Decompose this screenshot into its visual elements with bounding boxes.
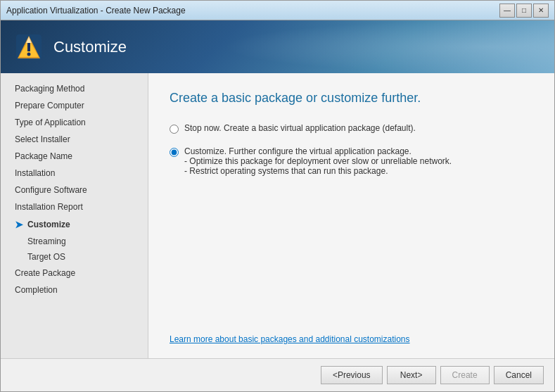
minimize-button[interactable]: — <box>499 4 515 18</box>
radio-option-stop: Stop now. Create a basic virtual applica… <box>170 123 533 134</box>
maximize-button[interactable]: □ <box>516 4 532 18</box>
previous-button[interactable]: <Previous <box>321 366 383 384</box>
stop-now-label[interactable]: Stop now. Create a basic virtual applica… <box>184 123 416 133</box>
window-controls: — □ ✕ <box>499 4 549 18</box>
customize-label[interactable]: Customize. Further configure the virtual… <box>184 146 412 156</box>
customize-subtext: - Optimize this package for deployment o… <box>184 156 452 176</box>
sidebar-item-create-package[interactable]: Create Package <box>1 265 148 282</box>
sidebar-item-prepare-computer[interactable]: Prepare Computer <box>1 97 148 114</box>
sidebar-item-label: Select Installer <box>15 134 70 144</box>
radio-group: Stop now. Create a basic virtual applica… <box>170 123 533 176</box>
header-banner: Customize <box>1 20 554 73</box>
main-window: Application Virtualization - Create New … <box>0 0 555 392</box>
sidebar-item-package-name[interactable]: Package Name <box>1 148 148 165</box>
sidebar-item-completion[interactable]: Completion <box>1 282 148 298</box>
arrow-icon: ➤ <box>15 219 23 230</box>
sidebar-item-label: Installation <box>15 168 55 178</box>
sidebar-item-label: Packaging Method <box>15 84 84 94</box>
footer: <Previous Next> Create Cancel <box>1 358 554 391</box>
sidebar-item-packaging-method[interactable]: Packaging Method <box>1 80 148 97</box>
content-area: Create a basic package or customize furt… <box>148 73 554 358</box>
sidebar: Packaging MethodPrepare ComputerType of … <box>1 73 148 358</box>
create-button[interactable]: Create <box>440 366 490 384</box>
cancel-button[interactable]: Cancel <box>494 366 544 384</box>
radio-option-customize: Customize. Further configure the virtual… <box>170 146 533 176</box>
sidebar-item-select-installer[interactable]: Select Installer <box>1 131 148 148</box>
sidebar-item-label: Prepare Computer <box>15 101 84 110</box>
sidebar-item-target-os[interactable]: Target OS <box>1 249 148 265</box>
sidebar-item-installation[interactable]: Installation <box>1 165 148 182</box>
svg-point-4 <box>27 52 31 56</box>
stop-now-radio[interactable] <box>170 125 179 134</box>
window-title: Application Virtualization - Create New … <box>6 6 186 15</box>
svg-rect-3 <box>27 43 30 51</box>
learn-more-link[interactable]: Learn more about basic packages and addi… <box>170 320 533 344</box>
next-button[interactable]: Next> <box>387 366 436 384</box>
sidebar-item-label: Package Name <box>15 151 72 161</box>
sidebar-item-installation-report[interactable]: Installation Report <box>1 198 148 215</box>
header-title: Customize <box>53 38 127 56</box>
title-bar: Application Virtualization - Create New … <box>1 1 554 20</box>
main-content: Packaging MethodPrepare ComputerType of … <box>1 73 554 358</box>
sidebar-item-label: Create Package <box>15 268 75 278</box>
sidebar-item-configure-software[interactable]: Configure Software <box>1 182 148 198</box>
customize-icon <box>15 33 43 61</box>
sidebar-item-streaming[interactable]: Streaming <box>1 234 148 249</box>
sidebar-item-label: Type of Application <box>15 118 86 127</box>
close-button[interactable]: ✕ <box>533 4 549 18</box>
sidebar-item-label: Completion <box>15 285 58 295</box>
content-title: Create a basic package or customize furt… <box>170 91 533 106</box>
customize-radio[interactable] <box>170 148 179 157</box>
sidebar-item-type-of-application[interactable]: Type of Application <box>1 114 148 131</box>
sidebar-item-label: Installation Report <box>15 202 83 212</box>
sidebar-item-label: Configure Software <box>15 185 87 195</box>
sidebar-item-label: Customize <box>27 220 70 229</box>
sidebar-item-customize[interactable]: ➤Customize <box>1 215 148 234</box>
